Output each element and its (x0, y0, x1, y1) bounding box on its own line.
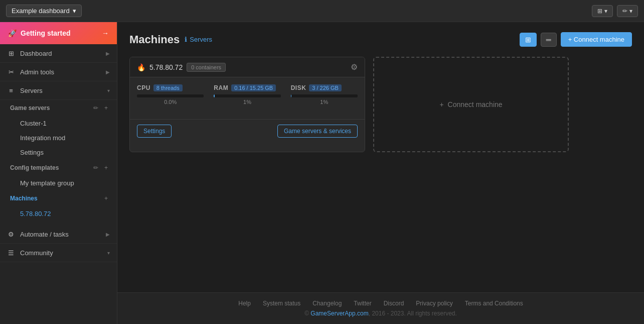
admin-chevron-icon: ▶ (106, 69, 110, 75)
connect-placeholder-label: Connect machine (448, 100, 503, 109)
page-title: Machines (129, 33, 180, 46)
topbar-edit-chevron: ▾ (629, 8, 632, 15)
sidebar-admin-label: Admin tools (20, 68, 54, 76)
sidebar: 🚀 Getting started → ⊞ Dashboard ▶ ✂ Admi… (0, 22, 117, 324)
sidebar-item-community[interactable]: ☰ Community ▾ (0, 244, 117, 262)
settings-gs-label: Settings (20, 149, 44, 156)
servers-icon: ≡ (7, 86, 15, 94)
sidebar-automate-inner: ⚙ Automate / tasks (7, 230, 69, 238)
integration-mod-label: Integration mod (20, 134, 65, 142)
sidebar-dashboard-label: Dashboard (20, 50, 52, 57)
machines-section: Machines + (0, 190, 117, 206)
getting-started-btn[interactable]: 🚀 Getting started → (0, 22, 117, 44)
topbar-grid-btn[interactable]: ⊞ ▾ (592, 5, 613, 17)
footer-link-terms[interactable]: Terms and Conditions (465, 300, 523, 307)
disk-value-badge: 3 / 226 GB (309, 84, 342, 91)
automate-icon: ⚙ (7, 230, 15, 238)
dashboard-name: Example dashboard (12, 7, 70, 15)
automate-chevron-icon: ▶ (106, 232, 110, 237)
ram-stat: RAM 0.16 / 15.25 GB 1% (214, 84, 280, 105)
sidebar-item-dashboard[interactable]: ⊞ Dashboard ▶ (0, 44, 117, 63)
ram-value-badge: 0.16 / 15.25 GB (231, 84, 276, 91)
sidebar-item-integration-mod[interactable]: Integration mod (0, 131, 117, 145)
game-servers-actions: ✏ + (91, 103, 110, 113)
machines-actions: + (102, 194, 110, 203)
config-templates-label: Config templates (10, 164, 59, 171)
sidebar-community-inner: ☰ Community (7, 249, 53, 257)
machines-add-btn[interactable]: + (102, 194, 110, 203)
footer-link-changelog[interactable]: Changelog (312, 300, 342, 307)
main-layout: 🚀 Getting started → ⊞ Dashboard ▶ ✂ Admi… (0, 22, 644, 324)
topbar-edit-btn[interactable]: ✏ ▾ (617, 5, 638, 17)
topbar-right: ⊞ ▾ ✏ ▾ (592, 5, 638, 17)
config-templates-inner: Config templates (10, 164, 59, 171)
machine-ip-text: 5.78.80.72 (149, 63, 183, 71)
cpu-stat-header: CPU 8 threads (137, 84, 204, 91)
view-grid-btn[interactable]: ⊞ (520, 33, 537, 47)
rocket-icon: 🚀 (8, 29, 17, 37)
topbar-left: Example dashboard ▾ (6, 5, 82, 17)
config-templates-add-btn[interactable]: + (102, 163, 110, 172)
ram-label: RAM (214, 84, 228, 91)
machines-grid: 🔥 5.78.80.72 0 containers ⚙ CPU (129, 57, 632, 152)
machines-section-inner: Machines (10, 195, 38, 202)
dashboard-selector[interactable]: Example dashboard ▾ (6, 5, 82, 17)
config-templates-edit-btn[interactable]: ✏ (91, 163, 100, 172)
sidebar-community-label: Community (20, 249, 53, 257)
disk-percent: 1% (291, 99, 358, 105)
game-servers-edit-btn[interactable]: ✏ (91, 103, 100, 113)
machine-settings-gear-btn[interactable]: ⚙ (351, 62, 358, 72)
footer-link-system-status[interactable]: System status (263, 300, 300, 307)
connect-machine-placeholder[interactable]: + Connect machine (373, 57, 569, 152)
footer-link-privacy[interactable]: Privacy policy (416, 300, 452, 307)
footer-site-link[interactable]: GameServerApp.com (310, 310, 368, 317)
info-icon: ℹ (185, 36, 187, 43)
disk-stat: Disk 3 / 226 GB 1% (291, 84, 358, 105)
ram-progress-bg (214, 94, 280, 97)
sidebar-item-machine-ip[interactable]: 5.78.80.72 (0, 206, 117, 221)
grid-view-icon: ⊞ (525, 36, 531, 44)
dashboard-chevron-icon: ▶ (106, 51, 110, 56)
sidebar-item-cluster1[interactable]: Cluster-1 (0, 116, 117, 131)
machines-section-label: Machines (10, 195, 38, 202)
getting-started-label: Getting started (21, 29, 71, 37)
sidebar-servers-inner: ≡ Servers (7, 86, 43, 94)
machine-card-body: CPU 8 threads 0.0% (130, 77, 365, 119)
config-templates-section: Config templates ✏ + (0, 160, 117, 176)
machine-card-header: 🔥 5.78.80.72 0 containers ⚙ (130, 57, 365, 77)
connect-machine-btn[interactable]: + Connect machine (561, 32, 632, 47)
sidebar-item-admin-tools[interactable]: ✂ Admin tools ▶ (0, 63, 117, 81)
page-title-row: Machines ℹ Servers (129, 33, 212, 46)
game-servers-add-btn[interactable]: + (102, 103, 110, 113)
machine-card: 🔥 5.78.80.72 0 containers ⚙ CPU (129, 57, 365, 152)
view-list-btn[interactable]: ═ (541, 33, 557, 47)
machine-settings-btn[interactable]: Settings (137, 125, 172, 138)
dashboard-icon: ⊞ (7, 49, 15, 57)
subtitle-text: Servers (190, 36, 212, 43)
machine-services-btn[interactable]: Game servers & services (277, 125, 358, 138)
stats-row: CPU 8 threads 0.0% (137, 84, 358, 105)
disk-progress-fill (291, 94, 291, 97)
page-header: Machines ℹ Servers ⊞ ═ + Connect machine (129, 32, 632, 47)
footer-links: Help System status Changelog Twitter Dis… (129, 300, 632, 307)
sidebar-item-automate[interactable]: ⚙ Automate / tasks ▶ (0, 225, 117, 244)
cluster1-label: Cluster-1 (20, 120, 47, 127)
footer-link-twitter[interactable]: Twitter (354, 300, 371, 307)
sidebar-item-servers[interactable]: ≡ Servers ▾ (0, 81, 117, 100)
footer-link-discord[interactable]: Discord (384, 300, 404, 307)
cpu-label: CPU (137, 84, 150, 91)
ram-stat-header: RAM 0.16 / 15.25 GB (214, 84, 280, 91)
sidebar-item-my-template-group[interactable]: My template group (0, 176, 117, 190)
content-area: Machines ℹ Servers ⊞ ═ + Connect machine (117, 22, 644, 324)
grid-icon: ⊞ (597, 8, 602, 15)
footer-link-help[interactable]: Help (238, 300, 251, 307)
topbar: Example dashboard ▾ ⊞ ▾ ✏ ▾ (0, 0, 644, 22)
community-icon: ☰ (7, 249, 15, 257)
sidebar-dashboard-inner: ⊞ Dashboard (7, 49, 52, 57)
dashboard-chevron-icon: ▾ (73, 7, 76, 15)
my-template-group-label: My template group (20, 179, 74, 187)
game-servers-section: Game servers ✏ + (0, 100, 117, 116)
list-view-icon: ═ (546, 36, 551, 44)
config-templates-actions: ✏ + (91, 163, 110, 172)
sidebar-item-settings-gs[interactable]: Settings (0, 145, 117, 160)
